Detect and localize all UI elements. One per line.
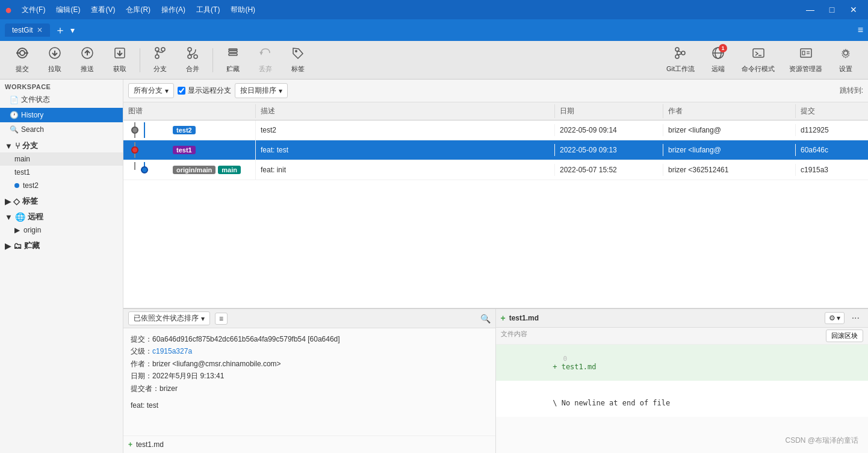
branch-item-main[interactable]: main xyxy=(0,152,123,166)
toolbar-left: 提交 拉取 推送 获取 分支 xyxy=(7,45,313,76)
file-add-icon: + xyxy=(128,440,132,449)
svg-point-16 xyxy=(194,55,197,58)
menu-view[interactable]: 查看(V) xyxy=(86,4,120,16)
file-diff-filename: test1.md xyxy=(509,314,539,322)
detail-sort-button[interactable]: 已依照文件状态排序 ▾ xyxy=(128,311,210,325)
branches-group[interactable]: ▼ ⑂ 分支 xyxy=(0,137,123,152)
tab-dropdown-button[interactable]: ▾ xyxy=(70,25,75,35)
history-area: 所有分支 ▾ 显示远程分支 按日期排序 ▾ 跳转到: 图谱 描述 日期 作者 xyxy=(123,80,868,308)
commit-row-2[interactable]: origin/main main feat: init 2022-05-07 1… xyxy=(123,160,868,180)
fetch-button[interactable]: 获取 xyxy=(105,45,135,76)
app-logo: ● xyxy=(5,3,12,17)
parent-hash-line: 父级：c1915a327a xyxy=(131,345,488,357)
fetch-icon xyxy=(113,46,126,63)
terminal-label: 命令行模式 xyxy=(742,64,775,73)
commit-hash-line: 提交：60a646d916cf875b42dc661b56a4fa99c579f… xyxy=(131,333,488,345)
branch-item-test2[interactable]: test2 xyxy=(0,179,123,192)
menu-help[interactable]: 帮助(H) xyxy=(226,4,260,16)
tags-label: 标签 xyxy=(22,196,38,207)
commit-button[interactable]: 提交 xyxy=(7,45,37,76)
branch-item-test1[interactable]: test1 xyxy=(0,166,123,179)
tags-group[interactable]: ▶ ◇ 标签 xyxy=(0,192,123,208)
sort-button[interactable]: 按日期排序 ▾ xyxy=(235,83,288,98)
file-diff: + test1.md ⚙ ▾ ··· 文件内容 回滚区块 xyxy=(496,309,869,453)
push-button[interactable]: 推送 xyxy=(72,45,102,76)
detail-icon-button[interactable]: ≡ xyxy=(215,313,228,325)
branch-test1-label: test1 xyxy=(14,168,30,177)
explorer-button[interactable]: 资源管理器 xyxy=(783,45,828,76)
goto-label: 跳转到: xyxy=(840,86,863,96)
push-icon xyxy=(81,46,94,63)
diff-line-content-0: + test1.md xyxy=(553,363,596,371)
tag-button[interactable]: 标签 xyxy=(283,45,313,76)
explorer-icon xyxy=(799,46,813,63)
branch-button[interactable]: 分支 xyxy=(145,45,175,76)
branch-test2-label: test2 xyxy=(23,181,39,190)
diff-header: 文件内容 回滚区块 xyxy=(496,328,869,345)
detail-search-icon[interactable]: 🔍 xyxy=(480,314,491,323)
file-status-icon: 📄 xyxy=(10,96,19,104)
remote-check-label[interactable]: 显示远程分支 xyxy=(178,86,231,96)
commit-row-1[interactable]: test1 feat: test 2022-05-09 09:13 brizer… xyxy=(123,140,868,160)
date-line: 日期：2022年5月9日 9:13:41 xyxy=(131,370,488,382)
new-tab-button[interactable]: ＋ xyxy=(52,25,68,36)
menu-action[interactable]: 操作(A) xyxy=(157,4,190,16)
remote-check-input[interactable] xyxy=(178,87,185,95)
toolbar-separator-1 xyxy=(140,48,140,72)
discard-button[interactable]: 丢弃 xyxy=(250,45,281,76)
settings-button[interactable]: 设置 xyxy=(831,45,861,76)
branch-main-label: main xyxy=(14,155,30,163)
tab-testgit[interactable]: testGit ✕ xyxy=(5,23,50,37)
gitflow-button[interactable]: Git工作流 xyxy=(660,45,701,76)
tab-label: testGit xyxy=(12,26,33,34)
hamburger-menu-button[interactable]: ≡ xyxy=(858,25,863,36)
desc-cell-0: test2 xyxy=(256,124,555,136)
gear-button[interactable]: ⚙ ▾ xyxy=(825,312,845,324)
pull-button[interactable]: 拉取 xyxy=(40,45,70,76)
file-diff-toolbar: + test1.md ⚙ ▾ ··· xyxy=(496,309,869,328)
svg-rect-20 xyxy=(229,49,237,50)
stash-group[interactable]: ▶ 🗂 贮藏 xyxy=(0,237,123,252)
branch-filter-button[interactable]: 所有分支 ▾ xyxy=(128,83,174,98)
rollback-button[interactable]: 回滚区块 xyxy=(826,330,863,342)
svg-rect-32 xyxy=(802,51,805,55)
tab-close-icon[interactable]: ✕ xyxy=(37,26,43,34)
tag-label: 标签 xyxy=(291,64,305,73)
menu-file[interactable]: 文件(F) xyxy=(17,4,50,16)
file-item-test1[interactable]: + test1.md xyxy=(128,439,491,451)
maximize-button[interactable]: □ xyxy=(822,2,842,17)
svg-point-35 xyxy=(844,51,848,55)
stash-button[interactable]: 贮藏 xyxy=(218,45,248,76)
remotes-group[interactable]: ▼ 🌐 远程 xyxy=(0,208,123,223)
graph-cell-1: test1 xyxy=(123,140,256,160)
merge-icon xyxy=(186,46,199,63)
tags-icon: ◇ xyxy=(13,196,20,206)
merge-button[interactable]: 合并 xyxy=(178,45,208,76)
workspace-label: WORKSPACE xyxy=(0,80,123,92)
svg-rect-18 xyxy=(229,51,237,52)
parent-hash-link[interactable]: c1915a327a xyxy=(152,347,192,355)
commit-row-0[interactable]: test2 test2 2022-05-09 09:14 brizer <liu… xyxy=(123,120,868,140)
sidebar-item-search[interactable]: 🔍 Search xyxy=(0,122,123,137)
bottom-pane: 已依照文件状态排序 ▾ ≡ 🔍 提交：60a646d916cf875b42dc6… xyxy=(123,308,868,453)
commit-message: feat: test xyxy=(131,399,488,411)
menu-edit[interactable]: 编辑(E) xyxy=(51,4,85,16)
terminal-button[interactable]: 命令行模式 xyxy=(736,45,781,76)
remote-button[interactable]: 1 远端 xyxy=(703,45,733,76)
sidebar-item-history[interactable]: 🕐 History xyxy=(0,108,123,122)
minimize-button[interactable]: — xyxy=(801,2,820,17)
sidebar-item-file-status[interactable]: 📄 文件状态 xyxy=(0,92,123,108)
more-options-button[interactable]: ··· xyxy=(848,311,863,325)
table-header: 图谱 描述 日期 作者 提交 xyxy=(123,102,868,120)
rollback-btn[interactable]: 回滚区块 xyxy=(826,330,863,342)
stash-label: 贮藏 xyxy=(24,240,40,251)
stash-sidebar-icon: 🗂 xyxy=(13,241,22,251)
svg-point-15 xyxy=(188,55,191,58)
menu-repo[interactable]: 仓库(R) xyxy=(121,4,155,16)
author-value: brizer <liufang@cmsr.chinamobile.com> xyxy=(152,360,281,368)
menu-tools[interactable]: 工具(T) xyxy=(191,4,225,16)
author-cell-2: brizer <362512461 xyxy=(663,164,796,176)
graph-visual-1 xyxy=(128,142,170,158)
remote-origin-item[interactable]: ▶ origin xyxy=(0,223,123,237)
close-button[interactable]: ✕ xyxy=(844,2,863,17)
